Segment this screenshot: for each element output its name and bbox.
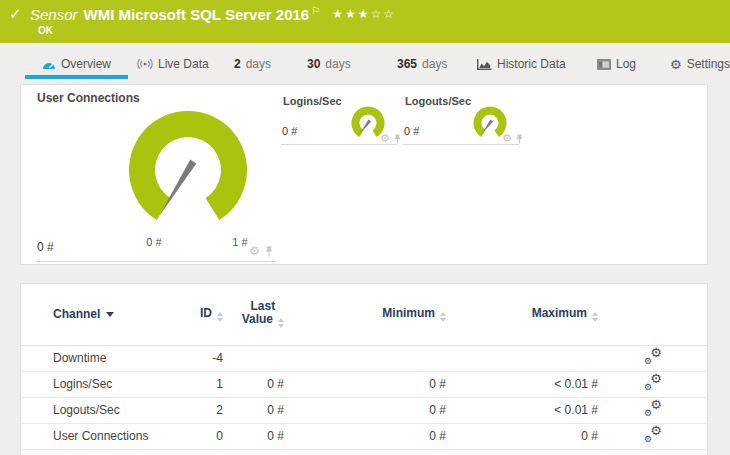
channels-panel: Channel ID Last Value Minimum Maximum (20, 283, 708, 455)
gauges-panel: User Connections 0 # 0 # 1 # ⚙ Logins/Se… (20, 84, 708, 265)
col-header-label: Value (242, 312, 273, 326)
logins-gauge-title: Logins/Sec (283, 95, 342, 107)
channel-minimum: 0 # (291, 371, 448, 397)
gauge-pin-icon[interactable] (264, 246, 274, 257)
tab-number: 2 (234, 57, 241, 71)
col-header-minimum[interactable]: Minimum (291, 284, 448, 345)
sort-icon (278, 318, 284, 328)
gauge-needle (481, 120, 493, 135)
col-header-last-value[interactable]: Last Value (223, 284, 291, 345)
channel-maximum (448, 345, 600, 371)
sort-desc-icon (106, 312, 114, 317)
gauge-pin-icon[interactable] (515, 134, 524, 144)
channel-name: Logins/Sec (21, 371, 196, 397)
main-gauge-scale-min: 0 # (134, 236, 174, 248)
user-connections-gauge (121, 103, 255, 237)
col-header-maximum[interactable]: Maximum (448, 284, 600, 345)
sort-icon (217, 312, 223, 322)
tab-historic-data[interactable]: Historic Data (477, 55, 566, 73)
gauge-block-divider (403, 144, 519, 145)
logins-gauge-value: 0 # (282, 125, 297, 137)
gear-icon: ⚙ (650, 346, 662, 359)
tab-bar: Overview Live Data 2 days 30 days 365 da… (0, 43, 730, 84)
tab-label: days (422, 57, 447, 71)
gear-icon: ⚙ (644, 435, 652, 444)
channel-id: -4 (196, 345, 223, 371)
table-row-logouts-sec: Logouts/Sec 2 0 # 0 # < 0.01 # ⚙⚙ (21, 397, 707, 423)
col-header-id[interactable]: ID (196, 284, 223, 345)
col-header-label: ID (200, 306, 212, 320)
main-gauge-value: 0 # (37, 240, 54, 254)
tab-label: Live Data (158, 57, 209, 71)
prtg-sensor-page: ✓ Sensor WMI Microsoft SQL Server 2016 ⚐… (0, 0, 730, 455)
channel-id: 1 (196, 371, 223, 397)
table-row-user-connections: User Connections 0 0 # 0 # 0 # ⚙⚙ (21, 423, 707, 449)
status-ok-check-icon: ✓ (9, 5, 22, 23)
channel-settings-cogs-icon[interactable]: ⚙⚙ (645, 401, 662, 416)
tab-30-days[interactable]: 30 days (307, 55, 351, 73)
gauge-block-divider (281, 144, 397, 145)
logouts-gauge-title: Logouts/Sec (405, 95, 471, 107)
tab-settings[interactable]: ⚙ Settings (670, 55, 730, 73)
tab-number: 365 (397, 57, 417, 71)
logouts-gauge-value: 0 # (404, 125, 419, 137)
channel-minimum (291, 345, 448, 371)
channel-minimum: 0 # (291, 423, 448, 449)
area-chart-icon (477, 58, 492, 70)
priority-stars[interactable]: ★★★☆☆ (332, 6, 396, 22)
tab-label: Log (616, 57, 636, 71)
priority-flag-icon[interactable]: ⚐ (311, 6, 320, 16)
tab-2-days[interactable]: 2 days (234, 55, 271, 73)
broadcast-icon (137, 58, 153, 70)
channel-settings-cogs-icon[interactable]: ⚙⚙ (645, 375, 662, 390)
tab-log[interactable]: Log (597, 55, 636, 73)
tab-label: Overview (61, 57, 111, 71)
sensor-name: WMI Microsoft SQL Server 2016 (84, 5, 310, 24)
tab-365-days[interactable]: 365 days (397, 55, 447, 73)
col-header-channel[interactable]: Channel (21, 284, 196, 345)
channel-id: 0 (196, 423, 223, 449)
tab-label: Settings (687, 57, 730, 71)
tab-number: 30 (307, 57, 320, 71)
gear-icon: ⚙ (644, 357, 652, 366)
channel-last-value: 0 # (223, 371, 291, 397)
gear-icon: ⚙ (650, 398, 662, 411)
channel-maximum: < 0.01 # (448, 371, 600, 397)
active-tab-indicator (25, 75, 128, 79)
channel-settings-cogs-icon[interactable]: ⚙⚙ (645, 427, 662, 442)
gauge-gear-icon[interactable]: ⚙ (502, 133, 512, 144)
col-header-actions (600, 284, 707, 345)
gauge-icon (42, 58, 56, 71)
channel-name: Logouts/Sec (21, 397, 196, 423)
gauge-gear-icon[interactable]: ⚙ (380, 133, 390, 144)
channel-last-value: 0 # (223, 397, 291, 423)
table-row-downtime: Downtime -4 ⚙⚙ (21, 345, 707, 371)
gauge-needle (159, 160, 196, 217)
sensor-title-row: Sensor WMI Microsoft SQL Server 2016 ⚐ ★… (30, 5, 396, 24)
tab-live-data[interactable]: Live Data (137, 55, 209, 73)
gear-icon: ⚙ (644, 383, 652, 392)
gauge-gear-icon[interactable]: ⚙ (249, 245, 260, 257)
sensor-status-badge: OK (38, 25, 53, 36)
gauge-block-divider (36, 261, 276, 262)
channel-id: 2 (196, 397, 223, 423)
channel-minimum: 0 # (291, 397, 448, 423)
col-header-label: Channel (53, 307, 100, 321)
channel-settings-cogs-icon[interactable]: ⚙⚙ (645, 349, 662, 364)
col-header-label: Maximum (532, 306, 587, 320)
tab-overview[interactable]: Overview (42, 55, 111, 73)
channel-maximum: < 0.01 # (448, 397, 600, 423)
gear-icon: ⚙ (670, 58, 682, 71)
tab-label: days (246, 57, 271, 71)
tab-label: days (325, 57, 350, 71)
channel-last-value (223, 345, 291, 371)
sort-icon (440, 312, 446, 322)
gauge-pin-icon[interactable] (393, 134, 402, 144)
gauge-needle (359, 120, 371, 135)
sensor-header-bar: ✓ Sensor WMI Microsoft SQL Server 2016 ⚐… (0, 0, 730, 43)
sort-icon (592, 312, 598, 322)
gear-icon: ⚙ (644, 409, 652, 418)
log-window-icon (597, 59, 611, 70)
channel-name: Downtime (21, 345, 196, 371)
col-header-label: Last (250, 299, 275, 313)
